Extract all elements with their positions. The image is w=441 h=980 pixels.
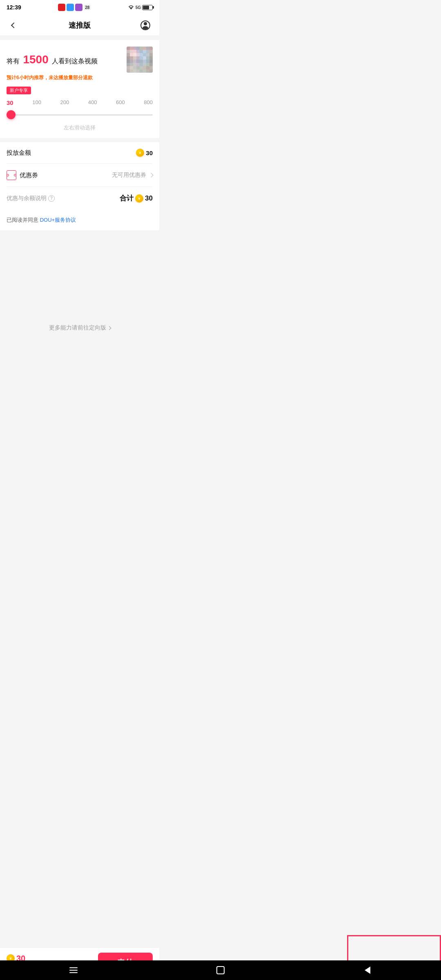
back-button[interactable] (7, 18, 21, 33)
app-icon-2 (67, 4, 74, 11)
slider-track (7, 114, 153, 116)
svg-text:¥: ¥ (138, 197, 140, 200)
slider-value-4: 600 (116, 99, 125, 106)
amount-label: 投放金额 (7, 149, 31, 157)
coin-icon: ¥ (136, 149, 144, 157)
sub-time: 6小时 (16, 75, 29, 80)
view-number: 1500 (23, 53, 48, 66)
sub-suffix: 内推荐，未达播放量部分退款 (29, 75, 93, 80)
status-time: 12:39 (7, 4, 21, 11)
more-link-section: 更多能力请前往定向版 (0, 316, 159, 340)
view-suffix: 人看到这条视频 (52, 58, 98, 65)
slider-labels: 30 100 200 400 600 800 (7, 99, 153, 106)
network-type: 5G (136, 5, 141, 10)
app-icon-1 (58, 4, 65, 11)
no-coupon-text: 无可用优惠券 (112, 172, 146, 179)
view-count-section: 将有 1500 人看到这条视频 (7, 47, 153, 73)
coupon-text: 优惠券 (20, 172, 38, 179)
status-bar: 12:39 28 5G (0, 0, 159, 15)
slider-value-2: 200 (60, 99, 69, 106)
sub-text: 预计6小时内推荐，未达播放量部分退款 (7, 74, 153, 81)
amount-row: 投放金额 ¥ 30 (7, 142, 153, 164)
agreement-text: 已阅读并同意 DOU+服务协议 (7, 217, 76, 223)
amount-coin-value: 30 (146, 149, 153, 156)
coupon-label: 优惠券 (7, 170, 38, 180)
new-user-badge: 新户专享 (7, 87, 31, 94)
bottom-spacer (0, 340, 159, 376)
slider-container[interactable] (7, 109, 153, 121)
coupon-value: 无可用优惠券 (112, 172, 153, 179)
summary-label: 优惠与余额说明 ? (7, 195, 55, 202)
video-thumbnail (127, 47, 153, 73)
summary-value: 合计 ¥ 30 (120, 194, 153, 203)
slider-thumb[interactable] (7, 110, 16, 119)
agreement-link[interactable]: DOU+服务协议 (40, 217, 76, 223)
app-icon-3 (75, 4, 82, 11)
sub-prefix: 预计 (7, 75, 16, 80)
back-arrow-icon (11, 22, 17, 28)
more-chevron-icon (107, 326, 111, 330)
view-prefix: 将有 (7, 58, 20, 65)
coupon-icon (7, 170, 16, 180)
view-count-text: 将有 1500 人看到这条视频 (7, 53, 98, 66)
chevron-right-icon (149, 173, 153, 177)
help-icon[interactable]: ? (48, 195, 55, 202)
total-coin-svg: ¥ (137, 196, 142, 201)
summary-label-text: 优惠与余额说明 (7, 195, 47, 202)
empty-space (0, 234, 159, 316)
summary-row: 优惠与余额说明 ? 合计 ¥ 30 (7, 187, 153, 209)
amount-value: ¥ 30 (136, 149, 153, 157)
agreement-prefix: 已阅读并同意 (7, 217, 40, 223)
coupon-row[interactable]: 优惠券 无可用优惠券 (7, 164, 153, 187)
more-link[interactable]: 更多能力请前往定向版 (0, 324, 159, 332)
main-card: 将有 1500 人看到这条视频 (0, 40, 159, 138)
svg-text:¥: ¥ (139, 151, 141, 155)
slider-value-5: 800 (144, 99, 153, 106)
wifi-icon (128, 5, 134, 10)
notification-badge: 28 (84, 5, 91, 10)
total-coin-icon: ¥ (135, 194, 143, 203)
slider-value-1: 100 (32, 99, 41, 106)
help-icon-text: ? (50, 196, 53, 200)
total-value: 30 (145, 194, 153, 203)
slider-value-0: 30 (7, 99, 13, 106)
more-link-text: 更多能力请前往定向版 (49, 324, 106, 332)
system-icons: 5G (128, 5, 153, 10)
page-title: 速推版 (69, 20, 91, 30)
total-label: 合计 (120, 194, 134, 203)
header: 速推版 (0, 15, 159, 36)
coin-svg: ¥ (138, 150, 143, 155)
battery-icon (142, 5, 153, 10)
profile-icon (140, 20, 150, 30)
agreement-section: 已阅读并同意 DOU+服务协议 (0, 209, 159, 230)
slider-value-3: 400 (88, 99, 97, 106)
status-app-icons: 28 (58, 4, 91, 11)
slider-hint: 左右滑动选择 (7, 124, 153, 131)
info-section: 投放金额 ¥ 30 优惠券 无可用优惠券 优惠与余额说明 ? (0, 142, 159, 209)
profile-button[interactable] (138, 18, 153, 33)
thumbnail-pixels (127, 47, 153, 73)
